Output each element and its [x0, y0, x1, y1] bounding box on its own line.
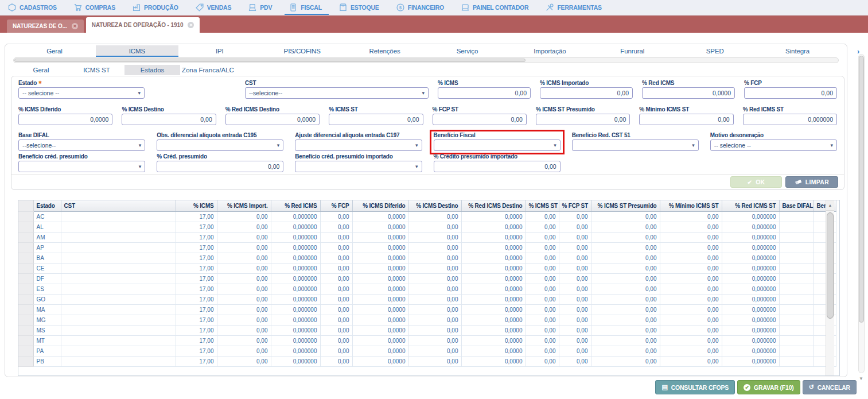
table-cell[interactable]: 0,00	[660, 335, 722, 346]
table-cell[interactable]: 0,00	[320, 315, 352, 325]
table-cell[interactable]: 17,00	[176, 273, 217, 284]
table-cell[interactable]: 0,000000	[271, 304, 320, 315]
table-cell[interactable]: 0,00	[660, 346, 722, 356]
table-cell[interactable]: 0,00	[660, 263, 722, 273]
table-cell[interactable]: 17,00	[176, 325, 217, 335]
tab-ipi[interactable]: IPI	[178, 45, 261, 57]
table-cell[interactable]: 0,00	[660, 294, 722, 304]
table-cell[interactable]: 0,000000	[271, 253, 320, 263]
table-cell[interactable]: 0,00	[591, 222, 660, 232]
column-header-estado[interactable]: Estado	[33, 200, 61, 211]
table-cell[interactable]: 0,000000	[722, 294, 779, 304]
table-cell[interactable]: 0,00	[591, 294, 660, 304]
perc-icms-input[interactable]: 0,00	[438, 87, 531, 99]
table-cell[interactable]: 0,0000	[461, 284, 526, 294]
table-cell[interactable]: 0,00	[559, 335, 591, 346]
table-cell[interactable]: MG	[33, 315, 61, 325]
table-cell[interactable]: AM	[33, 232, 61, 242]
table-cell[interactable]: 0,00	[217, 211, 271, 222]
table-cell[interactable]: 0,00	[320, 284, 352, 294]
table-cell[interactable]: 0,000000	[722, 335, 779, 346]
perc-icms-diferido-input[interactable]: 0,0000	[18, 114, 112, 125]
column-header-red-icms-destino[interactable]: % Red ICMS Destino	[461, 200, 526, 211]
nav-item-estoque[interactable]: ESTOQUE	[339, 0, 396, 15]
table-cell[interactable]: 0,0000	[352, 273, 408, 284]
column-header-red-icms[interactable]: % Red ICMS	[271, 200, 320, 211]
table-cell[interactable]: 0,00	[591, 273, 660, 284]
table-cell[interactable]: MT	[33, 335, 61, 346]
row-selector[interactable]	[18, 335, 33, 346]
row-selector-header[interactable]	[18, 200, 33, 211]
table-cell[interactable]: 0,0000	[461, 263, 526, 273]
table-cell[interactable]: MA	[33, 304, 61, 315]
table-cell[interactable]: 0,00	[660, 315, 722, 325]
table-cell[interactable]: 0,00	[591, 325, 660, 335]
motivo-desoneracao-select[interactable]: -- selecione --▾	[710, 140, 837, 151]
column-header-cst[interactable]: CST	[61, 200, 176, 211]
table-cell[interactable]: 0,00	[526, 263, 559, 273]
table-cell[interactable]: BA	[33, 253, 61, 263]
table-cell[interactable]: 0,0000	[461, 294, 526, 304]
table-cell[interactable]: 0,00	[408, 335, 461, 346]
table-cell[interactable]: 0,00	[320, 335, 352, 346]
tab-estados[interactable]: Estados	[124, 65, 180, 75]
table-cell[interactable]: 0,00	[660, 211, 722, 222]
table-cell[interactable]: 0,00	[591, 263, 660, 273]
table-cell[interactable]	[779, 232, 813, 242]
column-header-m-nimo-icms-st[interactable]: % Mínimo ICMS ST	[660, 200, 722, 211]
table-cell[interactable]: 0,000000	[271, 325, 320, 335]
table-cell[interactable]: AP	[33, 242, 61, 253]
table-cell[interactable]: 0,000000	[271, 211, 320, 222]
table-cell[interactable]: 17,00	[176, 356, 217, 366]
obs-diferencial-c195-select[interactable]: ▾	[157, 140, 283, 151]
row-selector[interactable]	[18, 294, 33, 304]
table-cell[interactable]: 0,0000	[461, 315, 526, 325]
table-cell[interactable]: 0,0000	[352, 242, 408, 253]
table-cell[interactable]: 0,00	[408, 222, 461, 232]
perc-fcp-st-input[interactable]: 0,00	[433, 114, 527, 125]
table-cell[interactable]: 0,00	[559, 263, 591, 273]
table-cell[interactable]: 0,00	[591, 335, 660, 346]
gravar-button[interactable]: ✔GRAVAR (F10)	[737, 380, 800, 394]
perc-red-icms-st-input[interactable]: 0,000000	[743, 114, 837, 125]
table-cell[interactable]: 0,00	[660, 242, 722, 253]
table-cell[interactable]	[61, 315, 176, 325]
table-cell[interactable]: 0,00	[526, 325, 559, 335]
table-cell[interactable]: 0,00	[559, 211, 591, 222]
table-cell[interactable]: 0,00	[591, 304, 660, 315]
column-header-fcp[interactable]: % FCP	[320, 200, 352, 211]
table-cell[interactable]: 0,00	[591, 253, 660, 263]
row-selector[interactable]	[18, 356, 33, 366]
table-cell[interactable]: 17,00	[176, 211, 217, 222]
table-cell[interactable]: 0,000000	[722, 356, 779, 366]
table-cell[interactable]: 0,00	[320, 346, 352, 356]
tab-servi-o[interactable]: Serviço	[426, 45, 509, 57]
table-cell[interactable]	[61, 232, 176, 242]
table-cell[interactable]	[61, 273, 176, 284]
table-cell[interactable]	[61, 263, 176, 273]
table-cell[interactable]: 0,00	[559, 304, 591, 315]
table-cell[interactable]: 0,00	[526, 222, 559, 232]
table-cell[interactable]	[779, 242, 813, 253]
tab-reten-es[interactable]: Retenções	[344, 45, 426, 57]
table-cell[interactable]: 0,000000	[271, 273, 320, 284]
row-selector[interactable]	[18, 304, 33, 315]
table-cell[interactable]: 0,00	[559, 253, 591, 263]
table-cell[interactable]: 0,00	[660, 253, 722, 263]
table-cell[interactable]	[779, 315, 813, 325]
table-cell[interactable]	[779, 273, 813, 284]
table-cell[interactable]: 0,00	[559, 346, 591, 356]
table-cell[interactable]: 0,0000	[461, 335, 526, 346]
table-cell[interactable]: 0,0000	[352, 222, 408, 232]
table-cell[interactable]: 0,00	[591, 232, 660, 242]
table-cell[interactable]: 0,00	[526, 232, 559, 242]
perc-icms-st-presumido-input[interactable]: 0,00	[536, 114, 630, 125]
table-cell[interactable]	[779, 325, 813, 335]
perc-cred-presumido-input[interactable]: 0,00	[157, 161, 283, 172]
row-selector[interactable]	[18, 315, 33, 325]
table-cell[interactable]	[61, 346, 176, 356]
scroll-up-icon[interactable]: ▲	[826, 200, 834, 211]
tab-pis-cofins[interactable]: PIS/COFINS	[261, 45, 344, 57]
table-cell[interactable]	[779, 356, 813, 366]
column-header-icms-st[interactable]: % ICMS ST	[526, 200, 559, 211]
